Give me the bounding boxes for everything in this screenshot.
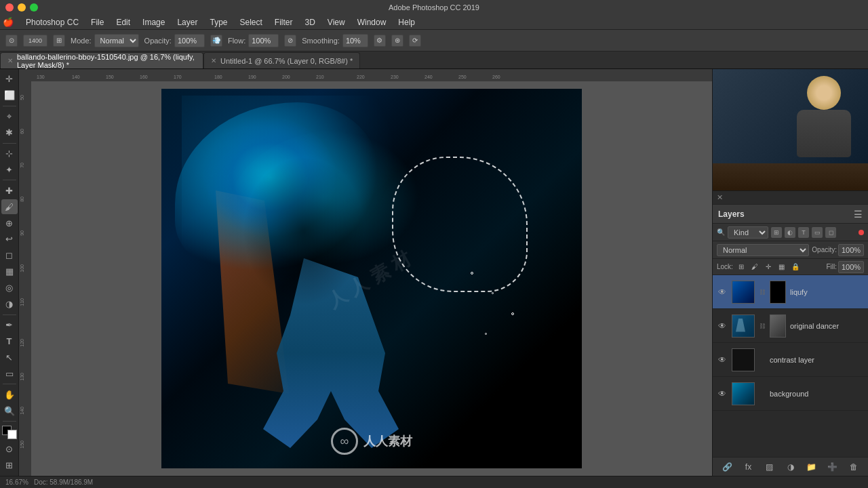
tab-close-ballando[interactable]: ✕ bbox=[7, 57, 13, 64]
layer-name-liqufy: liqufy bbox=[790, 288, 864, 296]
menu-image[interactable]: Image bbox=[137, 16, 170, 28]
filter-adjustment-icon[interactable]: ◐ bbox=[785, 227, 795, 238]
blur-tool[interactable]: ◎ bbox=[1, 281, 18, 296]
minimize-button[interactable] bbox=[18, 3, 26, 12]
marquee-tool[interactable]: ⬜ bbox=[1, 88, 18, 103]
fill-input[interactable] bbox=[838, 261, 864, 273]
menu-view[interactable]: View bbox=[322, 16, 351, 28]
text-tool[interactable]: T bbox=[1, 333, 18, 348]
panel-menu-button[interactable]: ☰ bbox=[854, 209, 863, 220]
zoom-tool[interactable]: 🔍 bbox=[1, 403, 18, 418]
filter-kind-select[interactable]: Kind bbox=[728, 226, 768, 239]
group-layers-btn[interactable]: 📁 bbox=[805, 460, 818, 474]
quick-select-tool[interactable]: ✱ bbox=[1, 125, 18, 140]
layer-row-background[interactable]: 👁 background bbox=[713, 377, 868, 411]
lock-transparency-icon[interactable]: ⊞ bbox=[736, 262, 747, 272]
filter-shape-icon[interactable]: ▭ bbox=[812, 227, 823, 238]
smoothing-options-btn[interactable]: ⚙ bbox=[374, 35, 386, 47]
flow-input[interactable] bbox=[248, 34, 279, 47]
layer-row-liqufy[interactable]: 👁 ⛓ liqufy bbox=[713, 275, 868, 309]
filter-smartobj-icon[interactable]: ◻ bbox=[825, 227, 836, 238]
layer-vis-background[interactable]: 👁 bbox=[717, 388, 728, 399]
logo-text: 人人素材 bbox=[363, 433, 412, 449]
lock-pixels-icon[interactable]: 🖌 bbox=[749, 262, 760, 272]
layer-vis-dancer[interactable]: 👁 bbox=[717, 321, 728, 331]
pen-tool[interactable]: ✒ bbox=[1, 318, 18, 333]
person-area bbox=[793, 76, 854, 157]
filter-pixel-icon[interactable]: ⊞ bbox=[771, 227, 782, 238]
lasso-tool[interactable]: ⌖ bbox=[1, 109, 18, 124]
brush-size-display[interactable]: 1400 bbox=[23, 35, 47, 47]
eyedropper-tool[interactable]: ✦ bbox=[1, 162, 18, 177]
path-select-tool[interactable]: ↖ bbox=[1, 350, 18, 365]
tab-label-ballando: ballando-ballerino-bboy-1510540.jpg @ 16… bbox=[17, 53, 196, 69]
lock-position-icon[interactable]: ✛ bbox=[763, 262, 774, 272]
screen-mode[interactable]: ⊞ bbox=[1, 458, 18, 473]
canvas-image[interactable]: 人人素材 ∞ 人人素材 bbox=[161, 89, 582, 468]
hand-tool[interactable]: ✋ bbox=[1, 387, 18, 402]
dodge-tool[interactable]: ◑ bbox=[1, 297, 18, 312]
menu-edit[interactable]: Edit bbox=[111, 16, 136, 28]
menu-layer[interactable]: Layer bbox=[172, 16, 203, 28]
layer-name-background: background bbox=[770, 390, 864, 398]
status-bar: 16.67% Doc: 58.9M/186.9M bbox=[0, 476, 868, 488]
tab-untitled[interactable]: ✕ Untitled-1 @ 66.7% (Layer 0, RGB/8#) * bbox=[203, 52, 360, 68]
gradient-tool[interactable]: ▦ bbox=[1, 264, 18, 279]
crop-tool[interactable]: ⊹ bbox=[1, 146, 18, 161]
lock-all-icon[interactable]: 🔒 bbox=[790, 262, 801, 272]
lock-artboard-icon[interactable]: ▦ bbox=[776, 262, 787, 272]
layer-row-dancer[interactable]: 👁 ⛓ original dancer bbox=[713, 309, 868, 343]
menu-file[interactable]: File bbox=[85, 16, 109, 28]
adjustment-layer-btn[interactable]: ◑ bbox=[784, 460, 797, 474]
menu-type[interactable]: Type bbox=[204, 16, 233, 28]
layer-effects-btn[interactable]: fx bbox=[742, 460, 755, 474]
mode-select[interactable]: Normal bbox=[94, 34, 139, 47]
menu-select[interactable]: Select bbox=[234, 16, 267, 28]
layer-vis-liqufy[interactable]: 👁 bbox=[717, 287, 728, 298]
airbrush-toggle[interactable]: 💨 bbox=[210, 35, 222, 47]
brush-angle-btn[interactable]: ⟳ bbox=[409, 35, 421, 47]
layer-link-liqufy[interactable]: ⛓ bbox=[759, 281, 766, 304]
brush-preset-picker[interactable]: ⊙ bbox=[5, 35, 18, 47]
panel-close-btn[interactable]: ✕ bbox=[717, 193, 723, 202]
eraser-tool[interactable]: ◻ bbox=[1, 248, 18, 263]
tab-close-untitled[interactable]: ✕ bbox=[211, 57, 216, 64]
opacity-input[interactable] bbox=[174, 34, 205, 47]
menu-filter[interactable]: Filter bbox=[269, 16, 298, 28]
brush-tool[interactable]: 🖌 bbox=[1, 199, 18, 214]
clone-tool[interactable]: ⊕ bbox=[1, 216, 18, 230]
tab-label-untitled: Untitled-1 @ 66.7% (Layer 0, RGB/8#) * bbox=[220, 57, 353, 65]
angle-icon[interactable]: ⊘ bbox=[284, 35, 296, 47]
foreground-swatch[interactable] bbox=[2, 426, 17, 439]
layer-mask-dancer-bg bbox=[770, 315, 785, 337]
canvas-area[interactable]: 人人素材 ∞ 人人素材 bbox=[31, 81, 712, 476]
menu-help[interactable]: Help bbox=[393, 16, 420, 28]
history-brush[interactable]: ↩ bbox=[1, 232, 18, 247]
maximize-button[interactable] bbox=[30, 3, 38, 12]
brush-options-btn[interactable]: ⊞ bbox=[53, 35, 65, 47]
filter-type-icon[interactable]: T bbox=[798, 227, 809, 238]
filter-active-dot bbox=[859, 230, 864, 235]
healing-tool[interactable]: ✚ bbox=[1, 183, 18, 198]
symmetry-btn[interactable]: ⊛ bbox=[391, 35, 403, 47]
delete-layer-btn[interactable]: 🗑 bbox=[847, 460, 861, 474]
smoothing-group: Smoothing: bbox=[302, 34, 368, 47]
menu-photoshop[interactable]: Photoshop CC bbox=[20, 16, 84, 28]
menu-window[interactable]: Window bbox=[352, 16, 392, 28]
tab-ballando[interactable]: ✕ ballando-ballerino-bboy-1510540.jpg @ … bbox=[0, 52, 203, 68]
layer-link-dancer[interactable]: ⛓ bbox=[759, 314, 766, 338]
layer-row-contrast[interactable]: 👁 contrast layer bbox=[713, 343, 868, 377]
add-mask-btn[interactable]: ▨ bbox=[763, 460, 776, 474]
smoothing-input[interactable] bbox=[342, 34, 368, 47]
shape-tool[interactable]: ▭ bbox=[1, 366, 18, 381]
link-layers-btn[interactable]: 🔗 bbox=[721, 460, 734, 474]
opacity-input[interactable] bbox=[838, 244, 864, 256]
layer-vis-contrast[interactable]: 👁 bbox=[717, 354, 728, 365]
menu-3d[interactable]: 3D bbox=[300, 16, 321, 28]
blend-mode-select[interactable]: Normal bbox=[717, 244, 809, 256]
close-button[interactable] bbox=[5, 3, 14, 12]
quick-mask-toggle[interactable]: ⊙ bbox=[1, 442, 18, 457]
apple-menu[interactable]: 🍎 bbox=[3, 17, 14, 27]
move-tool[interactable]: ✛ bbox=[1, 72, 18, 87]
new-layer-btn[interactable]: ➕ bbox=[826, 460, 840, 474]
